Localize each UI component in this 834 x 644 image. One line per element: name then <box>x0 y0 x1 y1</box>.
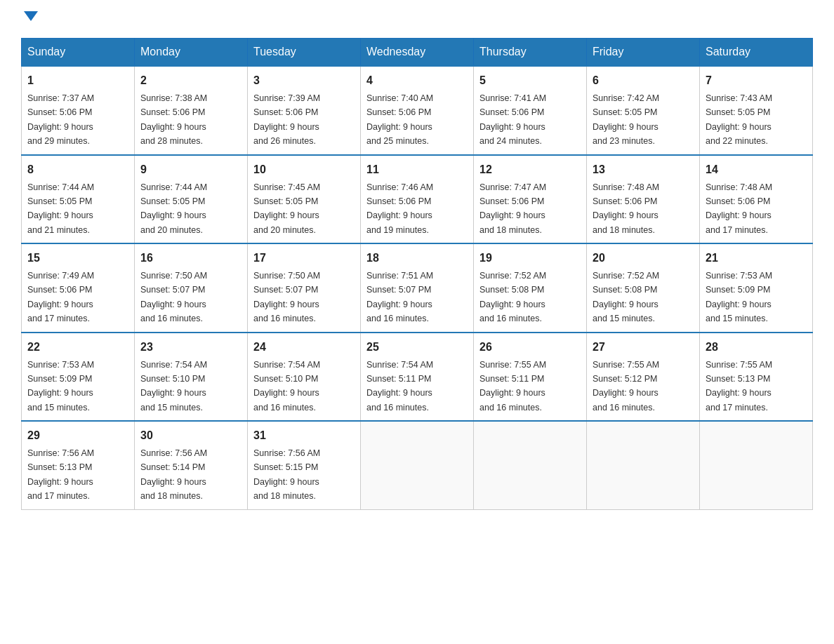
logo-triangle-icon <box>24 11 38 21</box>
day-number: 5 <box>479 72 581 89</box>
calendar-cell: 4 Sunrise: 7:40 AMSunset: 5:06 PMDayligh… <box>361 66 474 155</box>
calendar-table: SundayMondayTuesdayWednesdayThursdayFrid… <box>21 38 813 510</box>
day-info: Sunrise: 7:54 AMSunset: 5:10 PMDaylight:… <box>253 360 320 412</box>
day-info: Sunrise: 7:56 AMSunset: 5:13 PMDaylight:… <box>27 448 94 501</box>
calendar-cell: 6 Sunrise: 7:42 AMSunset: 5:05 PMDayligh… <box>587 66 700 155</box>
day-number: 15 <box>27 250 128 267</box>
calendar-cell: 9 Sunrise: 7:44 AMSunset: 5:05 PMDayligh… <box>135 155 248 244</box>
day-number: 28 <box>706 339 807 356</box>
day-number: 13 <box>593 161 694 178</box>
calendar-cell: 22 Sunrise: 7:53 AMSunset: 5:09 PMDaylig… <box>22 333 135 422</box>
day-number: 26 <box>479 339 581 356</box>
day-number: 30 <box>140 427 241 444</box>
calendar-cell: 23 Sunrise: 7:54 AMSunset: 5:10 PMDaylig… <box>135 333 248 422</box>
calendar-cell: 21 Sunrise: 7:53 AMSunset: 5:09 PMDaylig… <box>700 243 813 333</box>
week-row-3: 15 Sunrise: 7:49 AMSunset: 5:06 PMDaylig… <box>22 243 813 333</box>
day-number: 8 <box>27 161 128 178</box>
week-row-1: 1 Sunrise: 7:37 AMSunset: 5:06 PMDayligh… <box>22 66 813 155</box>
calendar-cell: 25 Sunrise: 7:54 AMSunset: 5:11 PMDaylig… <box>361 333 474 422</box>
day-info: Sunrise: 7:54 AMSunset: 5:10 PMDaylight:… <box>140 360 207 412</box>
day-info: Sunrise: 7:37 AMSunset: 5:06 PMDaylight:… <box>27 93 94 146</box>
calendar-cell: 7 Sunrise: 7:43 AMSunset: 5:05 PMDayligh… <box>700 66 813 155</box>
day-info: Sunrise: 7:54 AMSunset: 5:11 PMDaylight:… <box>366 360 433 412</box>
calendar-cell <box>361 421 474 509</box>
calendar-cell: 30 Sunrise: 7:56 AMSunset: 5:14 PMDaylig… <box>135 421 248 509</box>
calendar-cell: 8 Sunrise: 7:44 AMSunset: 5:05 PMDayligh… <box>22 155 135 244</box>
calendar-cell: 5 Sunrise: 7:41 AMSunset: 5:06 PMDayligh… <box>474 66 587 155</box>
calendar-cell: 24 Sunrise: 7:54 AMSunset: 5:10 PMDaylig… <box>248 333 361 422</box>
week-row-2: 8 Sunrise: 7:44 AMSunset: 5:05 PMDayligh… <box>22 155 813 244</box>
day-info: Sunrise: 7:47 AMSunset: 5:06 PMDaylight:… <box>479 182 546 235</box>
day-info: Sunrise: 7:44 AMSunset: 5:05 PMDaylight:… <box>140 182 207 235</box>
day-info: Sunrise: 7:53 AMSunset: 5:09 PMDaylight:… <box>706 271 772 323</box>
header-tuesday: Tuesday <box>248 39 361 67</box>
day-info: Sunrise: 7:46 AMSunset: 5:06 PMDaylight:… <box>366 182 433 235</box>
day-info: Sunrise: 7:42 AMSunset: 5:05 PMDaylight:… <box>593 93 659 146</box>
calendar-cell: 15 Sunrise: 7:49 AMSunset: 5:06 PMDaylig… <box>22 243 135 333</box>
day-info: Sunrise: 7:40 AMSunset: 5:06 PMDaylight:… <box>366 93 433 146</box>
calendar-cell: 1 Sunrise: 7:37 AMSunset: 5:06 PMDayligh… <box>22 66 135 155</box>
day-number: 6 <box>593 72 694 89</box>
day-number: 22 <box>27 339 128 356</box>
day-info: Sunrise: 7:55 AMSunset: 5:11 PMDaylight:… <box>479 360 546 412</box>
day-number: 7 <box>706 72 807 89</box>
day-number: 12 <box>479 161 581 178</box>
day-info: Sunrise: 7:45 AMSunset: 5:05 PMDaylight:… <box>253 182 320 235</box>
header-saturday: Saturday <box>700 39 813 67</box>
day-info: Sunrise: 7:50 AMSunset: 5:07 PMDaylight:… <box>253 271 320 323</box>
week-row-5: 29 Sunrise: 7:56 AMSunset: 5:13 PMDaylig… <box>22 421 813 509</box>
calendar-cell: 3 Sunrise: 7:39 AMSunset: 5:06 PMDayligh… <box>248 66 361 155</box>
day-info: Sunrise: 7:39 AMSunset: 5:06 PMDaylight:… <box>253 93 320 146</box>
week-row-4: 22 Sunrise: 7:53 AMSunset: 5:09 PMDaylig… <box>22 333 813 422</box>
header-friday: Friday <box>587 39 700 67</box>
day-number: 16 <box>140 250 241 267</box>
day-info: Sunrise: 7:48 AMSunset: 5:06 PMDaylight:… <box>593 182 659 235</box>
day-info: Sunrise: 7:43 AMSunset: 5:05 PMDaylight:… <box>706 93 772 146</box>
day-number: 2 <box>140 72 241 89</box>
page-header <box>21 14 813 24</box>
day-info: Sunrise: 7:50 AMSunset: 5:07 PMDaylight:… <box>140 271 207 323</box>
day-info: Sunrise: 7:48 AMSunset: 5:06 PMDaylight:… <box>706 182 772 235</box>
day-number: 24 <box>253 339 355 356</box>
calendar-cell <box>700 421 813 509</box>
header-wednesday: Wednesday <box>361 39 474 67</box>
day-number: 21 <box>706 250 807 267</box>
day-number: 3 <box>253 72 355 89</box>
calendar-cell: 26 Sunrise: 7:55 AMSunset: 5:11 PMDaylig… <box>474 333 587 422</box>
day-info: Sunrise: 7:52 AMSunset: 5:08 PMDaylight:… <box>593 271 659 323</box>
calendar-cell: 12 Sunrise: 7:47 AMSunset: 5:06 PMDaylig… <box>474 155 587 244</box>
day-number: 11 <box>366 161 468 178</box>
day-number: 29 <box>27 427 128 444</box>
calendar-cell: 20 Sunrise: 7:52 AMSunset: 5:08 PMDaylig… <box>587 243 700 333</box>
day-number: 19 <box>479 250 581 267</box>
calendar-cell: 19 Sunrise: 7:52 AMSunset: 5:08 PMDaylig… <box>474 243 587 333</box>
day-number: 25 <box>366 339 468 356</box>
calendar-cell: 29 Sunrise: 7:56 AMSunset: 5:13 PMDaylig… <box>22 421 135 509</box>
day-number: 23 <box>140 339 241 356</box>
calendar-cell: 2 Sunrise: 7:38 AMSunset: 5:06 PMDayligh… <box>135 66 248 155</box>
calendar-cell: 14 Sunrise: 7:48 AMSunset: 5:06 PMDaylig… <box>700 155 813 244</box>
day-info: Sunrise: 7:56 AMSunset: 5:15 PMDaylight:… <box>253 448 320 501</box>
day-number: 20 <box>593 250 694 267</box>
day-info: Sunrise: 7:38 AMSunset: 5:06 PMDaylight:… <box>140 93 207 146</box>
day-info: Sunrise: 7:56 AMSunset: 5:14 PMDaylight:… <box>140 448 207 501</box>
day-number: 4 <box>366 72 468 89</box>
calendar-cell: 16 Sunrise: 7:50 AMSunset: 5:07 PMDaylig… <box>135 243 248 333</box>
day-number: 14 <box>706 161 807 178</box>
header-thursday: Thursday <box>474 39 587 67</box>
day-info: Sunrise: 7:55 AMSunset: 5:13 PMDaylight:… <box>706 360 772 412</box>
logo <box>21 14 38 24</box>
day-number: 27 <box>593 339 694 356</box>
calendar-cell: 13 Sunrise: 7:48 AMSunset: 5:06 PMDaylig… <box>587 155 700 244</box>
calendar-cell: 10 Sunrise: 7:45 AMSunset: 5:05 PMDaylig… <box>248 155 361 244</box>
day-info: Sunrise: 7:44 AMSunset: 5:05 PMDaylight:… <box>27 182 94 235</box>
day-info: Sunrise: 7:52 AMSunset: 5:08 PMDaylight:… <box>479 271 546 323</box>
calendar-cell: 27 Sunrise: 7:55 AMSunset: 5:12 PMDaylig… <box>587 333 700 422</box>
day-number: 31 <box>253 427 355 444</box>
calendar-cell: 11 Sunrise: 7:46 AMSunset: 5:06 PMDaylig… <box>361 155 474 244</box>
calendar-cell: 28 Sunrise: 7:55 AMSunset: 5:13 PMDaylig… <box>700 333 813 422</box>
day-number: 17 <box>253 250 355 267</box>
calendar-cell: 31 Sunrise: 7:56 AMSunset: 5:15 PMDaylig… <box>248 421 361 509</box>
day-info: Sunrise: 7:51 AMSunset: 5:07 PMDaylight:… <box>366 271 433 323</box>
header-monday: Monday <box>135 39 248 67</box>
